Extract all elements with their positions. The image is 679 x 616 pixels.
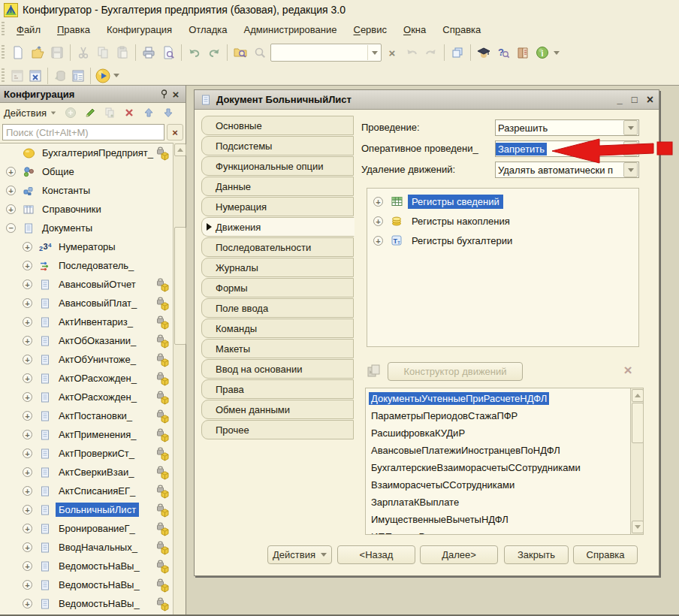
movements-list-label[interactable]: БухгалтерскиеВзаиморасчетыССотрудниками [369, 461, 583, 474]
tab-последовательности[interactable]: Последовательности [201, 237, 354, 257]
nav-forward-button[interactable] [421, 43, 441, 62]
minimize-icon[interactable]: _ [617, 95, 623, 104]
expander-icon[interactable]: + [23, 524, 32, 533]
movements-list-item[interactable]: ЗарплатаКВыплате [366, 494, 630, 511]
move-up-button[interactable] [141, 105, 156, 120]
tab-прочее[interactable]: Прочее [201, 420, 354, 439]
tab-формы[interactable]: Формы [201, 278, 354, 297]
tree-item-label[interactable]: АктСписанияЕГ_ [56, 484, 138, 498]
tree-item-label[interactable]: БольничныйЛист [56, 503, 139, 517]
combo-arrow-icon[interactable] [623, 162, 638, 177]
tree-item[interactable]: +АктПроверкиСт_ [0, 444, 173, 463]
register-group-row[interactable]: +Регистры сведений [367, 192, 638, 211]
movements-list-item[interactable]: РасшифровкаКУДиР [366, 424, 630, 442]
tab-права[interactable]: Права [201, 379, 354, 399]
expander-icon[interactable]: + [23, 336, 32, 346]
menu-файл[interactable]: Файл [8, 21, 49, 38]
movements-list-label[interactable]: РасшифровкаКУДиР [369, 427, 467, 439]
actions-menu-button[interactable]: Действия [4, 107, 47, 119]
expander-icon[interactable]: + [373, 216, 383, 226]
tree-item-label[interactable]: АктПрименения_ [56, 427, 140, 442]
expander-icon[interactable]: + [6, 167, 16, 177]
copy-button[interactable] [93, 43, 113, 62]
syntax-assistant-button[interactable] [474, 43, 493, 62]
tree-item-label[interactable]: БухгалтерияПредприят_ [39, 146, 156, 160]
expander-icon[interactable]: + [23, 411, 32, 421]
zoom-button[interactable] [250, 43, 270, 62]
new-document-button[interactable] [8, 43, 28, 62]
movements-list-label[interactable]: ДокументыУчтенныеПриРасчетеНДФЛ [369, 392, 549, 405]
close-button[interactable]: Закрыть [504, 545, 569, 564]
movements-list-label[interactable]: ПараметрыПериодовСтажаПФР [369, 409, 520, 422]
tab-команды[interactable]: Команды [201, 319, 354, 338]
tab-функциональные-опции[interactable]: Функциональные опции [201, 156, 354, 176]
expander-icon[interactable]: + [23, 561, 32, 571]
tree-item-label[interactable]: АктПроверкиСт_ [56, 446, 137, 460]
tab-основные[interactable]: Основные [201, 116, 354, 135]
menu-правка[interactable]: Правка [49, 21, 98, 38]
tree-item[interactable]: +АктПрименения_ [0, 425, 173, 444]
tree-item[interactable]: +Константы [0, 181, 173, 200]
tree-item-label[interactable]: АктИнвентариз_ [56, 315, 136, 329]
menu-администрирование[interactable]: Администрирование [236, 21, 346, 38]
clear-list-icon[interactable]: × [620, 362, 636, 379]
movements-list-item[interactable]: ИмущественныеВычетыНДФЛ [366, 511, 630, 528]
tree-item-label[interactable]: АвансовыйОтчет [56, 277, 139, 291]
expander-icon[interactable]: + [23, 298, 32, 308]
dropdown-arrow-icon[interactable] [552, 51, 561, 55]
scroll-down-button[interactable] [632, 521, 644, 533]
tree-item[interactable]: +АктОРасхожден_ [0, 388, 173, 406]
window-copy-button[interactable] [448, 43, 467, 62]
movements-list-item[interactable]: ВзаиморасчетыССотрудниками [366, 476, 630, 494]
close-icon[interactable]: × [647, 95, 653, 104]
field-combobox[interactable]: Запретить [495, 140, 639, 157]
save-button[interactable] [47, 43, 67, 62]
movements-list-label[interactable]: ЗарплатаКВыплате [369, 496, 461, 509]
help-button[interactable]: Справка [573, 545, 638, 564]
redo-button[interactable] [204, 43, 224, 62]
config-structure-button[interactable] [8, 68, 26, 84]
tree-item[interactable]: +Справочники [0, 200, 173, 219]
scroll-up-button[interactable] [632, 389, 644, 402]
tree-item[interactable]: +АктОРасхожден_ [0, 369, 173, 388]
expander-icon[interactable]: + [23, 261, 32, 270]
menu-отладка[interactable]: Отладка [180, 21, 235, 38]
movements-list-label[interactable]: ВзаиморасчетыССотрудниками [369, 479, 517, 491]
cut-button[interactable] [74, 43, 93, 62]
tab-журналы[interactable]: Журналы [201, 258, 354, 277]
expander-icon[interactable]: + [23, 355, 32, 364]
expander-icon[interactable]: + [23, 373, 32, 383]
expander-icon[interactable]: + [23, 430, 32, 439]
combo-clear-button[interactable]: × [382, 43, 402, 62]
add-button[interactable] [63, 105, 78, 120]
tree-item[interactable]: +АктПостановки_ [0, 406, 173, 425]
start-debug-button[interactable] [94, 68, 112, 84]
combo-dropdown-button[interactable] [367, 45, 381, 60]
undo-button[interactable] [185, 43, 204, 62]
tree-item-label[interactable]: Общие [39, 165, 77, 179]
expander-icon[interactable]: + [23, 279, 32, 289]
field-combobox[interactable]: Разрешить [495, 119, 639, 136]
tree-item-label[interactable]: ВедомостьНаВы_ [56, 578, 143, 592]
tree-item-label[interactable]: АктОРасхожден_ [56, 390, 140, 404]
pin-icon[interactable] [158, 88, 170, 100]
register-group-label[interactable]: Регистры накопления [408, 214, 514, 228]
expander-icon[interactable]: + [23, 505, 32, 515]
tab-подсистемы[interactable]: Подсистемы [201, 136, 354, 156]
tree-item[interactable]: +АктСписанияЕГ_ [0, 482, 173, 500]
actions-button[interactable]: Действия [267, 545, 332, 564]
help-search-button[interactable]: ? [493, 43, 513, 62]
expander-icon[interactable]: + [373, 236, 383, 246]
tab-ввод-на-основании[interactable]: Ввод на основании [201, 359, 354, 379]
tree-item[interactable]: +АвансовыйПлат_ [0, 294, 173, 313]
tree-item[interactable]: +ВедомостьНаВы_ [0, 557, 173, 575]
scroll-thumb[interactable] [632, 403, 644, 443]
tab-данные[interactable]: Данные [201, 177, 354, 196]
tree-item[interactable]: +234Нумераторы [0, 237, 173, 256]
expander-icon[interactable]: + [23, 242, 32, 252]
combobox-value[interactable]: Разрешить [496, 122, 623, 134]
next-button[interactable]: Далее> [420, 545, 498, 564]
tree-item[interactable]: +АктИнвентариз_ [0, 313, 173, 331]
field-combobox[interactable]: Удалять автоматически п [495, 162, 639, 178]
tree-item[interactable]: −Документы [0, 219, 173, 237]
